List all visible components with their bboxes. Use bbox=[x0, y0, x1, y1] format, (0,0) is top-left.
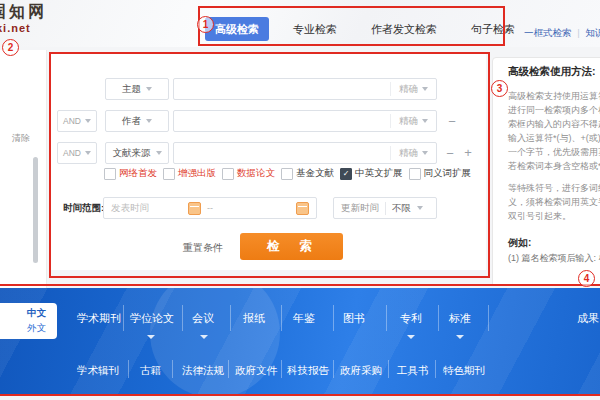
one-box-search-link[interactable]: 一框式检索 bbox=[524, 27, 572, 38]
checkbox-label: 同义词扩展 bbox=[424, 167, 472, 180]
help-panel-body: 高级检索支持使用运算符*、 进行同一检索项内多个检索 索框内输入的内容不得超过 … bbox=[508, 89, 600, 223]
chevron-down-icon[interactable] bbox=[407, 335, 415, 339]
nav-item-government-procurement[interactable]: 政府采购 bbox=[340, 364, 382, 378]
tab-advanced-search[interactable]: 高级检索 bbox=[205, 17, 269, 41]
chevron-down-icon[interactable] bbox=[200, 335, 208, 339]
lang-tab-foreign[interactable]: 外文 bbox=[27, 322, 46, 335]
help-example-line: (1) 篇名检索项后输入: 检 bbox=[508, 252, 600, 265]
nav-item-achievements[interactable]: 成果 bbox=[577, 311, 599, 326]
history-side-panel: 清除 bbox=[0, 50, 47, 312]
checkbox-label: 网络首发 bbox=[119, 167, 157, 180]
help-panel: 高级检索使用方法: 高级检索支持使用运算符*、 进行同一检索项内多个检索 索框内… bbox=[492, 57, 600, 285]
cnki-logo[interactable]: 国知网 bbox=[0, 2, 47, 23]
tab-sentence-search[interactable]: 句子检索 bbox=[461, 17, 525, 41]
nav-divider bbox=[386, 305, 387, 331]
field-selector-source[interactable]: 文献来源 bbox=[105, 142, 169, 164]
update-time-value: 不限 bbox=[392, 202, 411, 215]
knowledge-search-link[interactable]: 知识 bbox=[585, 27, 600, 38]
calendar-icon[interactable] bbox=[296, 202, 309, 215]
nav-item-yearbooks[interactable]: 年鉴 bbox=[293, 311, 315, 326]
checkbox-label: 中英文扩展 bbox=[355, 167, 403, 180]
checkbox-icon[interactable] bbox=[409, 168, 421, 180]
nav-divider bbox=[123, 305, 124, 331]
source-input[interactable] bbox=[174, 144, 390, 162]
cnki-logo-domain: ki.net bbox=[0, 22, 31, 34]
remove-row-button[interactable]: − bbox=[446, 114, 458, 129]
nav-item-patents[interactable]: 专利 bbox=[400, 311, 422, 326]
help-line: 一个字节，优先级需用英文 bbox=[508, 145, 600, 159]
annotation-circle-1: 1 bbox=[197, 16, 214, 33]
calendar-icon[interactable] bbox=[188, 202, 201, 215]
checkbox-item-cn-en-extension[interactable]: ✓ 中英文扩展 bbox=[340, 167, 403, 180]
match-mode-select[interactable]: 精确 bbox=[390, 114, 436, 128]
chevron-down-icon bbox=[85, 151, 91, 155]
annotation-circle-4: 4 bbox=[578, 270, 595, 287]
nav-divider bbox=[228, 360, 229, 378]
checkbox-icon[interactable] bbox=[222, 168, 234, 180]
header-links: 一框式检索 | 知识 bbox=[524, 27, 600, 40]
match-mode-select[interactable]: 精确 bbox=[390, 82, 436, 96]
publish-date-range-picker[interactable]: 发表时间 -- bbox=[103, 197, 317, 219]
checkbox-item-fund-literature[interactable]: 基金文献 bbox=[281, 167, 334, 180]
field-selector-author[interactable]: 作者 bbox=[105, 110, 169, 132]
checkbox-item-enhanced-publish[interactable]: 增强出版 bbox=[163, 167, 216, 180]
checkbox-item-network-first[interactable]: 网络首发 bbox=[104, 167, 157, 180]
update-time-select[interactable]: 更新时间 不限 bbox=[333, 197, 437, 219]
checkbox-icon[interactable] bbox=[104, 168, 116, 180]
chevron-down-icon bbox=[417, 206, 423, 210]
nav-divider bbox=[182, 305, 183, 331]
chevron-down-icon[interactable] bbox=[456, 335, 464, 339]
operator-label: AND bbox=[63, 116, 81, 126]
nav-item-conferences[interactable]: 会议 bbox=[192, 311, 214, 326]
subject-input[interactable] bbox=[174, 80, 390, 98]
nav-item-academic-journals[interactable]: 学术期刊 bbox=[77, 311, 121, 326]
help-line: 索框内输入的内容不得超过 bbox=[508, 117, 600, 131]
checkbox-icon[interactable] bbox=[163, 168, 175, 180]
nav-divider bbox=[128, 360, 129, 378]
nav-item-books[interactable]: 图书 bbox=[343, 311, 365, 326]
help-line: 若检索词本身含空格或*、+ bbox=[508, 159, 600, 173]
help-line: 双引号引起来。 bbox=[508, 209, 600, 223]
nav-item-standards[interactable]: 标准 bbox=[449, 311, 471, 326]
chevron-down-icon bbox=[422, 119, 428, 123]
search-input-row-subject: 精确 bbox=[173, 78, 437, 100]
clear-history-link[interactable]: 清除 bbox=[12, 132, 30, 145]
chevron-down-icon bbox=[146, 119, 152, 123]
checkbox-label: 基金文献 bbox=[296, 167, 334, 180]
field-selector-subject[interactable]: 主题 bbox=[105, 78, 169, 100]
author-input[interactable] bbox=[174, 112, 390, 130]
help-panel-title: 高级检索使用方法: bbox=[508, 65, 596, 79]
chevron-down-icon[interactable] bbox=[147, 335, 155, 339]
remove-row-button[interactable]: − bbox=[444, 146, 456, 161]
nav-item-government-documents[interactable]: 政府文件 bbox=[235, 364, 277, 378]
nav-item-laws-regulations[interactable]: 法律法规 bbox=[182, 364, 224, 378]
side-panel-scrollbar[interactable] bbox=[33, 157, 38, 263]
cnki-advanced-search-page: 国知网 ki.net 高级检索 专业检索 作者发文检索 句子检索 一框式检索 |… bbox=[0, 0, 600, 400]
nav-item-newspapers[interactable]: 报纸 bbox=[243, 311, 265, 326]
nav-item-ancient-books[interactable]: 古籍 bbox=[140, 364, 161, 378]
nav-item-reference-books[interactable]: 工具书 bbox=[397, 364, 429, 378]
operator-select-row2[interactable]: AND bbox=[57, 110, 97, 132]
nav-item-academic-series[interactable]: 学术辑刊 bbox=[77, 364, 119, 378]
time-range-label: 时间范围: bbox=[63, 202, 104, 215]
nav-item-tech-reports[interactable]: 科技报告 bbox=[287, 364, 329, 378]
lang-tab-chinese[interactable]: 中文 bbox=[27, 307, 46, 320]
tab-professional-search[interactable]: 专业检索 bbox=[283, 17, 347, 41]
checkbox-icon[interactable] bbox=[281, 168, 293, 180]
nav-item-dissertations[interactable]: 学位论文 bbox=[130, 311, 174, 326]
tab-author-search[interactable]: 作者发文检索 bbox=[361, 17, 447, 41]
search-option-checkboxes: 网络首发 增强出版 数据论文 基金文献 ✓ 中英文扩展 同义词扩展 bbox=[104, 167, 471, 180]
nav-item-special-journals[interactable]: 特色期刊 bbox=[443, 364, 485, 378]
match-mode-select[interactable]: 精确 bbox=[390, 146, 436, 160]
checkbox-checked-icon[interactable]: ✓ bbox=[340, 168, 352, 180]
checkbox-item-data-paper[interactable]: 数据论文 bbox=[222, 167, 275, 180]
reset-conditions-button[interactable]: 重置条件 bbox=[177, 240, 229, 256]
add-row-button[interactable]: + bbox=[462, 145, 474, 160]
search-button[interactable]: 检 索 bbox=[240, 233, 343, 260]
chevron-down-icon bbox=[422, 87, 428, 91]
match-mode-label: 精确 bbox=[399, 115, 418, 128]
checkbox-item-synonym-extension[interactable]: 同义词扩展 bbox=[409, 167, 472, 180]
chevron-down-icon bbox=[146, 87, 152, 91]
operator-select-row3[interactable]: AND bbox=[57, 142, 97, 164]
language-switch: 中文 外文 bbox=[0, 303, 57, 339]
